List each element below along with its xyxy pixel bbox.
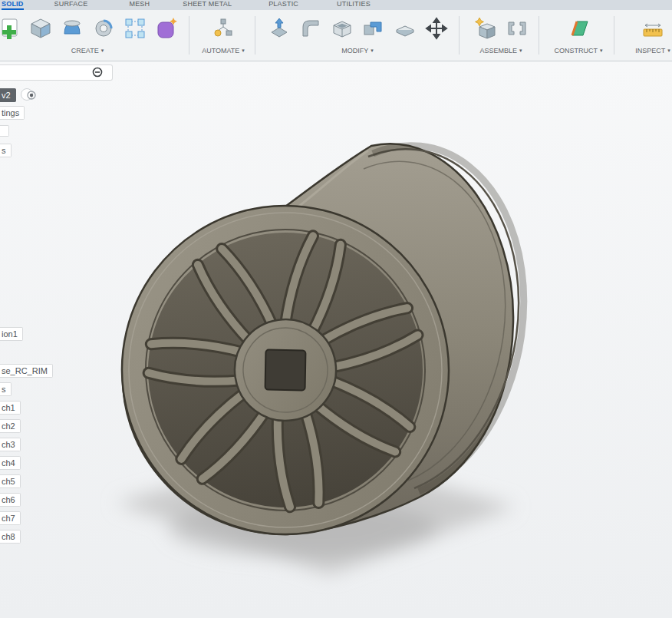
toolbar-group-assemble: ASSEMBLE ▾ — [463, 12, 539, 55]
create-sketch-icon[interactable] — [0, 16, 21, 41]
offset-face-icon[interactable] — [393, 16, 417, 41]
chevron-down-icon: ▾ — [101, 48, 104, 54]
new-component-glyph — [473, 16, 498, 41]
form-icon[interactable] — [154, 16, 179, 41]
automate-menu-button[interactable]: AUTOMATE ▾ — [202, 47, 245, 55]
configure-icon[interactable] — [211, 16, 236, 41]
radio-dot-icon — [26, 90, 37, 101]
ribbon-toolbar: CREATE ▾ AUTOMATE ▾ — [0, 10, 672, 61]
move-glyph — [424, 16, 449, 41]
move-icon[interactable] — [424, 16, 449, 41]
loft-icon[interactable] — [60, 16, 84, 41]
chevron-down-icon: ▾ — [371, 48, 374, 54]
create-menu-button[interactable]: CREATE ▾ — [71, 47, 104, 55]
tab-utilities[interactable]: UTILITIES — [337, 0, 371, 10]
press-pull-glyph — [267, 16, 292, 41]
browser-item-sketch6[interactable]: ch6 — [0, 493, 21, 507]
tab-surface[interactable]: SURFACE — [54, 0, 88, 10]
configure-glyph — [211, 16, 236, 41]
shell-icon[interactable] — [330, 16, 354, 41]
shell-glyph — [330, 16, 354, 41]
pattern-icon[interactable] — [123, 16, 147, 41]
toolbar-divider — [614, 16, 614, 55]
toolbar-group-modify: MODIFY ▾ — [259, 12, 456, 55]
viewport-canvas[interactable]: v2 tings s ion1 se_RC_RIM s ch1 ch2 ch3 … — [0, 61, 672, 618]
box-icon[interactable] — [28, 16, 53, 41]
browser-header — [0, 64, 113, 81]
combine-icon[interactable] — [361, 16, 386, 41]
offset-face-glyph — [393, 16, 417, 41]
construction-plane-glyph — [566, 16, 591, 41]
browser-item-sketch4[interactable]: ch4 — [0, 456, 21, 470]
box-glyph — [28, 16, 53, 41]
fillet-icon[interactable] — [298, 16, 323, 41]
tab-mesh[interactable]: MESH — [129, 0, 150, 10]
tab-plastic[interactable]: PLASTIC — [268, 0, 298, 10]
assemble-menu-button[interactable]: ASSEMBLE ▾ — [479, 47, 522, 55]
new-component-icon[interactable] — [473, 16, 498, 41]
browser-item-construction[interactable]: ion1 — [0, 327, 23, 341]
measure-glyph — [641, 16, 665, 41]
revolve-icon[interactable] — [91, 16, 116, 41]
loft-glyph — [60, 16, 84, 41]
browser-document-chip[interactable]: v2 — [0, 88, 16, 102]
toolbar-group-inspect: INSPECT ▾ — [618, 12, 672, 55]
pattern-glyph — [123, 16, 147, 41]
inspect-menu-button[interactable]: INSPECT ▾ — [635, 47, 670, 55]
joint-icon[interactable] — [505, 16, 529, 41]
press-pull-icon[interactable] — [267, 16, 292, 41]
joint-glyph — [505, 16, 529, 41]
browser-item[interactable] — [0, 125, 9, 137]
construct-menu-button[interactable]: CONSTRUCT ▾ — [554, 47, 602, 55]
chevron-down-icon: ▾ — [519, 48, 522, 54]
chevron-down-icon: ▾ — [242, 48, 245, 54]
browser-item-sketch1[interactable]: ch1 — [0, 401, 21, 415]
browser-item-sketch3[interactable]: ch3 — [0, 438, 21, 451]
hub-square-hole — [265, 350, 306, 391]
toolbar-divider — [189, 16, 189, 55]
circle-minus-icon[interactable] — [92, 67, 103, 78]
ribbon-tabbar: SOLID SURFACE MESH SHEET METAL PLASTIC U… — [0, 0, 672, 10]
combine-glyph — [361, 16, 386, 41]
toolbar-divider — [255, 16, 255, 55]
browser-item-sketch8[interactable]: ch8 — [0, 530, 21, 544]
toolbar-group-automate: AUTOMATE ▾ — [193, 12, 253, 55]
browser-item-sketch5[interactable]: ch5 — [0, 474, 21, 488]
browser-item-document-settings[interactable]: tings — [0, 106, 25, 120]
toolbar-divider — [459, 16, 460, 55]
viewport-3d[interactable] — [0, 61, 672, 618]
modify-menu-button[interactable]: MODIFY ▾ — [341, 47, 374, 55]
tab-solid[interactable]: SOLID — [2, 0, 24, 10]
browser-item-sketch2[interactable]: ch2 — [0, 419, 21, 433]
create-sketch-glyph — [0, 16, 21, 41]
toolbar-group-create: CREATE ▾ — [0, 12, 187, 55]
form-glyph — [154, 16, 179, 41]
browser-item-sketches[interactable]: s — [0, 382, 12, 396]
browser-item-views[interactable]: s — [0, 144, 12, 157]
toolbar-group-construct: CONSTRUCT ▾ — [543, 12, 614, 55]
chevron-down-icon: ▾ — [600, 48, 603, 54]
revolve-glyph — [91, 16, 116, 41]
browser-item-base-rc-rim[interactable]: se_RC_RIM — [0, 364, 53, 378]
browser-item-sketch7[interactable]: ch7 — [0, 511, 21, 525]
activate-component-radio[interactable] — [21, 88, 33, 101]
toolbar-divider — [539, 16, 539, 55]
construction-plane-icon[interactable] — [566, 16, 591, 41]
tab-sheet-metal[interactable]: SHEET METAL — [183, 0, 232, 10]
fillet-glyph — [298, 16, 323, 41]
measure-icon[interactable] — [641, 16, 665, 41]
chevron-down-icon: ▾ — [667, 48, 670, 54]
